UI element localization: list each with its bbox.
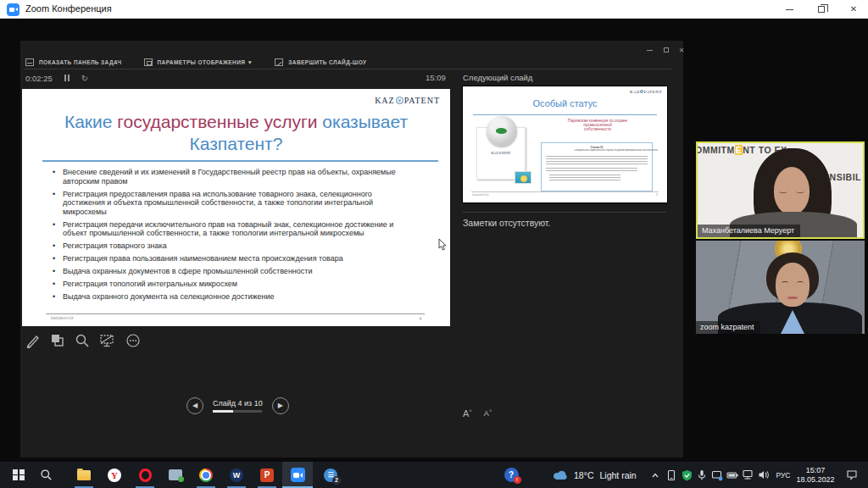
next-slide-subtitle: Парижская конвенция по охране промышленн… — [565, 119, 631, 131]
end-slideshow-button[interactable]: ЗАВЕРШИТЬ СЛАЙД-ШОУ — [275, 58, 366, 66]
next-slide-title: Особый статус — [463, 98, 667, 108]
slide-page-number: 4 — [419, 316, 421, 321]
tray-volume[interactable] — [755, 462, 772, 488]
taskbar-app-with-badge[interactable]: ☰2 — [314, 462, 347, 488]
display-options-button[interactable]: ПАРАМЕТРЫ ОТОБРАЖЕНИЯ ▼ — [144, 58, 253, 66]
bullet-item: Регистрация передачи исключительного пра… — [51, 220, 403, 238]
current-time: 15:09 — [426, 73, 446, 82]
weather-desc: Light rain — [599, 470, 636, 480]
clock-widget[interactable]: 15:07 18.05.2022 — [794, 462, 837, 488]
tray-expand-button[interactable] — [647, 462, 664, 488]
all-slides-button[interactable] — [50, 333, 65, 348]
notification-badge: 2 — [332, 476, 341, 485]
taskbar-yandex-browser[interactable]: Y — [99, 462, 130, 488]
tray-security[interactable] — [679, 462, 694, 488]
action-center-icon — [846, 469, 858, 480]
logo-gear-icon — [640, 90, 643, 93]
webex-icon: W — [230, 469, 243, 482]
article-body-text — [549, 175, 620, 182]
bullet-item: Регистрация предоставления права на испо… — [51, 190, 403, 217]
notes-text: Заметки отсутствуют. — [463, 218, 550, 228]
notes-divider — [463, 212, 666, 213]
notes-font-controls: A˄ A˅ — [463, 408, 492, 419]
decrease-font-button[interactable]: A˅ — [484, 408, 492, 419]
restore-button[interactable] — [807, 0, 836, 18]
kazpatent-logo: KAZPATENT — [375, 96, 440, 105]
tray-help-app[interactable]: ?! — [498, 462, 524, 488]
taskbar-icon — [25, 58, 34, 66]
presenter-restore-button[interactable] — [659, 47, 673, 54]
previous-slide-button[interactable]: ◀ — [186, 397, 203, 414]
current-slide[interactable]: KAZPATENT Какие государственные услуги о… — [22, 89, 450, 326]
taskbar-opera[interactable] — [130, 462, 160, 488]
bullet-item: Выдача охранных документов в сфере промы… — [51, 267, 403, 276]
start-button[interactable] — [5, 462, 32, 488]
help-icon: ?! — [504, 468, 519, 482]
weather-temp: 18°C — [574, 470, 593, 480]
app-icon: ☰2 — [324, 469, 337, 482]
language-indicator[interactable]: РУС — [772, 462, 794, 488]
logo-gear-icon — [396, 97, 403, 104]
bullet-item: Регистрация товарного знака — [51, 241, 403, 251]
chevron-up-icon — [650, 470, 660, 480]
yandex-icon: Y — [108, 469, 121, 482]
participant-name-label: Маханбеталиева Меруерт — [698, 225, 800, 237]
taskbar-webex[interactable]: W — [221, 462, 252, 488]
video-tile-active-speaker[interactable]: OMMITMENT TO EX RE T RE NSIBIL Маханбета… — [696, 141, 865, 239]
next-title-underline — [473, 114, 657, 115]
taskbar-chrome[interactable] — [191, 462, 221, 488]
show-taskbar-button[interactable]: ПОКАЗАТЬ ПАНЕЛЬ ЗАДАЧ — [25, 58, 122, 66]
taskbar-remote-desktop[interactable] — [160, 462, 191, 488]
taskbar-date: 18.05.2022 — [796, 475, 834, 485]
taskbar-time: 15:07 — [796, 466, 834, 475]
more-options-button[interactable] — [125, 333, 141, 348]
restart-timer-button[interactable]: ↻ — [81, 74, 88, 83]
slide-navigation: ◀ Слайд 4 из 10 ▶ — [186, 397, 289, 414]
search-button[interactable] — [34, 462, 58, 488]
article-body-text — [546, 156, 648, 166]
tray-battery[interactable] — [725, 462, 740, 488]
bullet-item: Внесение сведений и их изменений в Госуд… — [51, 168, 403, 186]
weather-widget[interactable]: 18°C Light rain — [553, 462, 637, 488]
restore-icon — [818, 6, 825, 13]
zoom-slide-button[interactable] — [75, 333, 90, 348]
bullet-item: Регистрация топологий интегральных микро… — [51, 280, 403, 289]
slide-progress-bar — [213, 410, 262, 413]
card-logo: KAZ PATENT — [488, 152, 515, 155]
minimize-button[interactable] — [775, 0, 804, 18]
tray-your-phone[interactable] — [664, 462, 679, 488]
close-button[interactable]: ✕ — [839, 0, 868, 18]
increase-font-button[interactable]: A˄ — [463, 408, 472, 419]
search-icon — [40, 469, 53, 481]
black-screen-button[interactable] — [99, 333, 116, 348]
presenter-minimize-button[interactable] — [643, 47, 656, 54]
zoom-icon — [291, 468, 305, 482]
slide-counter: Слайд 4 из 10 — [213, 399, 263, 408]
article-subheading: Специальные национальные службы по делам… — [574, 149, 620, 152]
pause-timer-button[interactable] — [64, 75, 70, 81]
file-explorer-icon — [77, 470, 91, 480]
timer-row: 0:02:25 ↻ — [25, 71, 88, 85]
toolbar-divider — [24, 69, 671, 69]
video-tile-second[interactable]: zoom kazpatent — [696, 241, 865, 334]
windows-taskbar: Y W P ☰2 ?! 18°C Light rain — [0, 462, 868, 488]
taskbar-powerpoint[interactable]: P — [252, 462, 282, 488]
taskbar-file-explorer[interactable] — [69, 462, 99, 488]
display-settings-icon — [144, 58, 153, 66]
mouse-cursor — [438, 238, 448, 252]
tray-screen-share[interactable] — [709, 462, 725, 488]
next-slide-button[interactable]: ▶ — [272, 397, 289, 414]
tray-microphone[interactable] — [694, 462, 709, 488]
window-title: Zoom Конференция — [25, 3, 112, 14]
pen-tool-button[interactable] — [25, 333, 41, 348]
taskbar-zoom-active[interactable] — [282, 462, 313, 488]
minimize-icon — [786, 9, 793, 10]
slide-footer-line — [46, 313, 425, 314]
next-slide-preview[interactable]: KAZPATENT Особый статус Парижская конвен… — [463, 86, 667, 202]
powerpoint-icon: P — [260, 469, 274, 482]
kazpatent-logo: KAZPATENT — [630, 90, 662, 94]
presenter-close-button[interactable]: ✕ — [675, 47, 688, 54]
bullet-item: Регистрация права пользования наименован… — [51, 254, 403, 263]
action-center-button[interactable] — [841, 462, 863, 488]
tray-network[interactable] — [740, 462, 755, 488]
